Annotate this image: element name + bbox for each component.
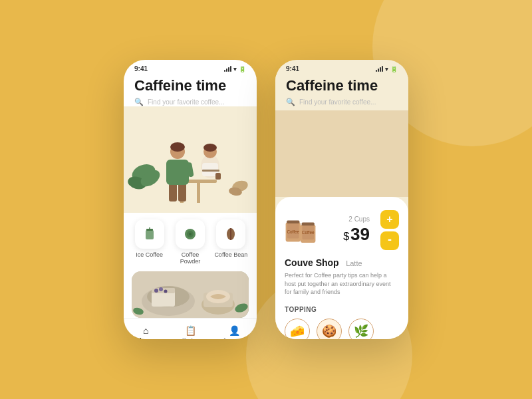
nav-account[interactable]: 👤 Account — [212, 325, 257, 339]
nav-home[interactable]: ⌂ Home — [124, 325, 168, 339]
hero-illustration — [124, 106, 257, 213]
ice-coffee-icon-box — [135, 219, 164, 249]
home-icon: ⌂ — [143, 325, 148, 336]
detail-card: Coffee Coffee 2 Cups $ 39 — [275, 197, 408, 339]
product-description: Perfect for Coffee party tips can help a… — [285, 271, 399, 297]
ice-coffee-label: Ice Coffee — [136, 251, 163, 258]
svg-rect-8 — [169, 183, 177, 201]
battery-icon: 🔋 — [239, 66, 246, 72]
nav-order-label: Order — [182, 337, 199, 339]
product-name-row: Couve Shop Latte — [285, 257, 399, 269]
svg-point-5 — [203, 144, 217, 152]
search-bar-1[interactable]: 🔍 Find your favorite coffee... — [134, 98, 246, 106]
signal-icon — [224, 66, 231, 72]
category-coffee-bean[interactable]: Coffee Bean — [213, 219, 249, 265]
bottom-nav: ⌂ Home 📋 Order 👤 Account — [124, 318, 257, 339]
cups-count: 2 Cups — [348, 215, 370, 223]
ice-coffee-icon — [142, 226, 158, 242]
phone-2: 9:41 ▾ 🔋 Caffeine time 🔍 Find your favor… — [275, 60, 408, 339]
category-ice-coffee[interactable]: Ice Coffee — [132, 219, 167, 265]
status-icons-2: ▾ 🔋 — [376, 66, 398, 72]
app-title-2: Caffeine time — [286, 78, 398, 94]
svg-rect-7 — [215, 173, 221, 180]
svg-point-34 — [159, 287, 163, 291]
product-type: Latte — [346, 259, 362, 267]
category-coffee-powder[interactable]: Coffee Powder — [172, 219, 207, 265]
svg-point-35 — [164, 290, 168, 293]
nav-account-label: Account — [223, 337, 247, 339]
cafe-illustration — [275, 110, 408, 197]
cafe-scene-svg — [124, 106, 257, 213]
svg-rect-20 — [146, 230, 154, 239]
coffee-cups-svg: Coffee Coffee — [285, 212, 325, 252]
wifi-icon-2: ▾ — [385, 66, 388, 72]
price-currency: $ — [343, 231, 349, 243]
qty-minus-button[interactable]: - — [380, 231, 399, 250]
svg-point-33 — [154, 289, 158, 293]
status-bar-1: 9:41 ▾ 🔋 — [124, 60, 257, 75]
price-value: 39 — [350, 224, 370, 245]
phones-container: 9:41 ▾ 🔋 Caffeine time 🔍 Find your favor… — [124, 60, 408, 339]
svg-text:Coffee: Coffee — [287, 229, 299, 233]
phone-2-header: Caffeine time 🔍 Find your favorite coffe… — [275, 75, 408, 110]
status-icons-1: ▾ 🔋 — [224, 66, 246, 72]
coffee-cups-visual: Coffee Coffee — [285, 212, 325, 249]
qty-control: + - — [380, 210, 399, 250]
topping-title: TOPPING — [285, 306, 399, 313]
nav-home-label: Home — [136, 337, 155, 339]
status-bar-2: 9:41 ▾ 🔋 — [275, 60, 408, 75]
svg-point-25 — [189, 233, 192, 235]
topping-items-list: 🧀 Cheese 🍪 Cookies 🌿 Cincau — [285, 319, 399, 339]
order-icon: 📋 — [185, 325, 196, 336]
product-info: Couve Shop Latte Perfect for Coffee part… — [275, 257, 408, 302]
svg-rect-53 — [302, 222, 315, 225]
topping-cheese[interactable]: 🧀 Cheese — [285, 319, 310, 339]
account-icon: 👤 — [229, 325, 240, 336]
phone-1: 9:41 ▾ 🔋 Caffeine time 🔍 Find your favor… — [124, 60, 257, 339]
coffee-bean-icon — [223, 226, 239, 242]
time-1: 9:41 — [134, 65, 148, 72]
search-icon-2: 🔍 — [286, 98, 295, 106]
svg-rect-9 — [178, 183, 186, 201]
coffee-powder-label: Coffee Powder — [172, 251, 207, 265]
coffee-powder-icon-box — [176, 219, 205, 249]
product-name: Couve Shop — [285, 257, 339, 268]
wifi-icon: ▾ — [233, 66, 237, 72]
svg-rect-2 — [197, 183, 200, 203]
coffee-powder-icon — [182, 226, 198, 242]
battery-icon-2: 🔋 — [390, 66, 398, 72]
food-photo — [132, 271, 249, 318]
price-section: 2 Cups $ 39 — [330, 215, 370, 245]
app-title-1: Caffeine time — [134, 78, 246, 94]
svg-text:Coffee: Coffee — [302, 230, 315, 235]
topping-cincau-icon: 🌿 — [348, 319, 374, 339]
topping-cookies-icon: 🍪 — [317, 319, 342, 339]
search-icon-1: 🔍 — [134, 98, 144, 106]
food-photo-svg — [132, 271, 249, 318]
topping-section: TOPPING 🧀 Cheese 🍪 Cookies 🌿 Cincau — [275, 302, 408, 339]
phone-1-header: Caffeine time 🔍 Find your favorite coffe… — [124, 75, 257, 106]
nav-order[interactable]: 📋 Order — [168, 325, 213, 339]
product-section: Coffee Coffee 2 Cups $ 39 — [275, 203, 408, 257]
time-2: 9:41 — [286, 65, 299, 72]
search-placeholder-1: Find your favorite coffee... — [148, 98, 224, 106]
svg-rect-49 — [287, 220, 299, 223]
topping-cincau[interactable]: 🌿 Cincau — [348, 319, 374, 339]
coffee-bean-icon-box — [216, 219, 245, 249]
qty-plus-button[interactable]: + — [380, 210, 399, 229]
cafe-bg — [275, 110, 408, 197]
svg-rect-19 — [202, 170, 219, 172]
svg-point-12 — [170, 142, 185, 152]
svg-rect-10 — [166, 160, 189, 185]
search-placeholder-2: Find your favorite coffee... — [299, 98, 376, 106]
topping-cookies[interactable]: 🍪 Cookies — [317, 319, 342, 339]
categories-section: Ice Coffee Coffee Powder — [124, 213, 257, 271]
signal-icon-2 — [376, 66, 383, 72]
coffee-bean-label: Coffee Bean — [214, 251, 247, 258]
search-bar-2[interactable]: 🔍 Find your favorite coffee... — [286, 98, 398, 106]
topping-cheese-icon: 🧀 — [285, 319, 310, 339]
